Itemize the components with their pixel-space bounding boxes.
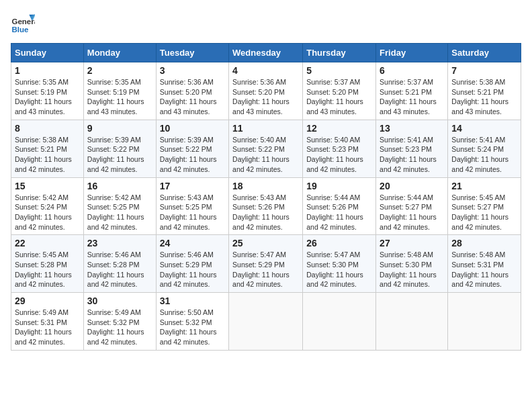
day-number: 28 <box>451 238 517 248</box>
day-number: 7 <box>451 65 517 76</box>
day-info: Sunrise: 5:38 AM Sunset: 5:21 PM Dayligh… <box>15 135 80 175</box>
day-info: Sunrise: 5:42 AM Sunset: 5:25 PM Dayligh… <box>87 193 152 232</box>
weekday-header-saturday: Saturday <box>448 44 521 62</box>
calendar-cell: 27 Sunrise: 5:48 AM Sunset: 5:30 PM Dayl… <box>376 235 448 293</box>
day-info: Sunrise: 5:35 AM Sunset: 5:19 PM Dayligh… <box>87 77 152 117</box>
calendar-cell: 4 Sunrise: 5:36 AM Sunset: 5:20 PM Dayli… <box>229 62 303 120</box>
calendar-week-1: 1 Sunrise: 5:35 AM Sunset: 5:19 PM Dayli… <box>11 62 521 120</box>
calendar-cell: 23 Sunrise: 5:46 AM Sunset: 5:28 PM Dayl… <box>83 235 156 293</box>
calendar-cell: 19 Sunrise: 5:44 AM Sunset: 5:26 PM Dayl… <box>303 177 376 235</box>
day-info: Sunrise: 5:43 AM Sunset: 5:26 PM Dayligh… <box>232 193 299 232</box>
day-info: Sunrise: 5:41 AM Sunset: 5:23 PM Dayligh… <box>380 135 444 175</box>
day-number: 16 <box>87 181 152 191</box>
day-info: Sunrise: 5:49 AM Sunset: 5:32 PM Dayligh… <box>87 308 152 347</box>
day-number: 17 <box>160 181 225 191</box>
calendar-cell: 8 Sunrise: 5:38 AM Sunset: 5:21 PM Dayli… <box>11 120 84 177</box>
day-info: Sunrise: 5:44 AM Sunset: 5:26 PM Dayligh… <box>306 193 372 232</box>
day-number: 29 <box>15 295 80 306</box>
calendar-cell: 14 Sunrise: 5:41 AM Sunset: 5:24 PM Dayl… <box>448 120 521 177</box>
day-info: Sunrise: 5:47 AM Sunset: 5:29 PM Dayligh… <box>232 250 299 289</box>
calendar-cell: 24 Sunrise: 5:46 AM Sunset: 5:29 PM Dayl… <box>156 235 228 293</box>
day-info: Sunrise: 5:45 AM Sunset: 5:28 PM Dayligh… <box>15 250 80 289</box>
calendar-cell: 31 Sunrise: 5:50 AM Sunset: 5:32 PM Dayl… <box>156 293 228 351</box>
day-info: Sunrise: 5:46 AM Sunset: 5:29 PM Dayligh… <box>160 250 225 289</box>
calendar-cell <box>303 293 376 351</box>
calendar-cell: 18 Sunrise: 5:43 AM Sunset: 5:26 PM Dayl… <box>229 177 303 235</box>
weekday-header-monday: Monday <box>83 44 156 62</box>
calendar-table: SundayMondayTuesdayWednesdayThursdayFrid… <box>11 43 521 351</box>
day-number: 27 <box>380 238 444 248</box>
calendar-cell: 28 Sunrise: 5:48 AM Sunset: 5:31 PM Dayl… <box>448 235 521 293</box>
day-info: Sunrise: 5:48 AM Sunset: 5:31 PM Dayligh… <box>451 250 517 289</box>
day-number: 21 <box>451 181 517 191</box>
calendar-week-5: 29 Sunrise: 5:49 AM Sunset: 5:31 PM Dayl… <box>11 293 521 351</box>
calendar-cell: 1 Sunrise: 5:35 AM Sunset: 5:19 PM Dayli… <box>11 62 84 120</box>
calendar-cell: 17 Sunrise: 5:43 AM Sunset: 5:25 PM Dayl… <box>156 177 228 235</box>
day-info: Sunrise: 5:40 AM Sunset: 5:22 PM Dayligh… <box>232 135 299 175</box>
svg-text:Blue: Blue <box>11 26 29 34</box>
day-number: 26 <box>306 238 372 248</box>
day-info: Sunrise: 5:39 AM Sunset: 5:22 PM Dayligh… <box>87 135 152 175</box>
day-info: Sunrise: 5:47 AM Sunset: 5:30 PM Dayligh… <box>306 250 372 289</box>
day-number: 20 <box>380 181 444 191</box>
weekday-header-row: SundayMondayTuesdayWednesdayThursdayFrid… <box>11 44 521 62</box>
calendar-cell: 16 Sunrise: 5:42 AM Sunset: 5:25 PM Dayl… <box>83 177 156 235</box>
weekday-header-thursday: Thursday <box>303 44 376 62</box>
day-number: 2 <box>87 65 152 76</box>
day-number: 5 <box>306 65 372 76</box>
calendar-cell: 2 Sunrise: 5:35 AM Sunset: 5:19 PM Dayli… <box>83 62 156 120</box>
calendar-cell: 10 Sunrise: 5:39 AM Sunset: 5:22 PM Dayl… <box>156 120 228 177</box>
day-info: Sunrise: 5:50 AM Sunset: 5:32 PM Dayligh… <box>160 308 225 347</box>
logo: General Blue <box>11 11 35 35</box>
logo-icon: General Blue <box>11 11 35 35</box>
calendar-cell: 30 Sunrise: 5:49 AM Sunset: 5:32 PM Dayl… <box>83 293 156 351</box>
day-info: Sunrise: 5:44 AM Sunset: 5:27 PM Dayligh… <box>380 193 444 232</box>
day-info: Sunrise: 5:38 AM Sunset: 5:21 PM Dayligh… <box>451 77 517 117</box>
calendar-cell: 22 Sunrise: 5:45 AM Sunset: 5:28 PM Dayl… <box>11 235 84 293</box>
calendar-cell: 15 Sunrise: 5:42 AM Sunset: 5:24 PM Dayl… <box>11 177 84 235</box>
day-info: Sunrise: 5:43 AM Sunset: 5:25 PM Dayligh… <box>160 193 225 232</box>
calendar-cell: 6 Sunrise: 5:37 AM Sunset: 5:21 PM Dayli… <box>376 62 448 120</box>
day-info: Sunrise: 5:46 AM Sunset: 5:28 PM Dayligh… <box>87 250 152 289</box>
day-number: 8 <box>15 123 80 134</box>
header: General Blue <box>11 11 521 35</box>
weekday-header-wednesday: Wednesday <box>229 44 303 62</box>
day-info: Sunrise: 5:35 AM Sunset: 5:19 PM Dayligh… <box>15 77 80 117</box>
day-info: Sunrise: 5:41 AM Sunset: 5:24 PM Dayligh… <box>451 135 517 175</box>
calendar-cell: 21 Sunrise: 5:45 AM Sunset: 5:27 PM Dayl… <box>448 177 521 235</box>
calendar-cell <box>448 293 521 351</box>
day-number: 1 <box>15 65 80 76</box>
day-info: Sunrise: 5:40 AM Sunset: 5:23 PM Dayligh… <box>306 135 372 175</box>
calendar-cell <box>376 293 448 351</box>
day-number: 19 <box>306 181 372 191</box>
day-number: 4 <box>232 65 299 76</box>
day-info: Sunrise: 5:49 AM Sunset: 5:31 PM Dayligh… <box>15 308 80 347</box>
calendar-cell: 9 Sunrise: 5:39 AM Sunset: 5:22 PM Dayli… <box>83 120 156 177</box>
day-number: 23 <box>87 238 152 248</box>
weekday-header-tuesday: Tuesday <box>156 44 228 62</box>
day-number: 3 <box>160 65 225 76</box>
day-number: 9 <box>87 123 152 134</box>
day-number: 22 <box>15 238 80 248</box>
weekday-header-sunday: Sunday <box>11 44 84 62</box>
calendar-cell: 26 Sunrise: 5:47 AM Sunset: 5:30 PM Dayl… <box>303 235 376 293</box>
calendar-week-4: 22 Sunrise: 5:45 AM Sunset: 5:28 PM Dayl… <box>11 235 521 293</box>
day-info: Sunrise: 5:42 AM Sunset: 5:24 PM Dayligh… <box>15 193 80 232</box>
calendar-week-2: 8 Sunrise: 5:38 AM Sunset: 5:21 PM Dayli… <box>11 120 521 177</box>
day-number: 10 <box>160 123 225 134</box>
calendar-cell: 5 Sunrise: 5:37 AM Sunset: 5:20 PM Dayli… <box>303 62 376 120</box>
calendar-cell: 25 Sunrise: 5:47 AM Sunset: 5:29 PM Dayl… <box>229 235 303 293</box>
day-number: 12 <box>306 123 372 134</box>
calendar-cell: 12 Sunrise: 5:40 AM Sunset: 5:23 PM Dayl… <box>303 120 376 177</box>
calendar-cell: 7 Sunrise: 5:38 AM Sunset: 5:21 PM Dayli… <box>448 62 521 120</box>
day-number: 14 <box>451 123 517 134</box>
day-number: 6 <box>380 65 444 76</box>
calendar-cell: 29 Sunrise: 5:49 AM Sunset: 5:31 PM Dayl… <box>11 293 84 351</box>
day-number: 30 <box>87 295 152 306</box>
calendar-cell: 11 Sunrise: 5:40 AM Sunset: 5:22 PM Dayl… <box>229 120 303 177</box>
day-info: Sunrise: 5:39 AM Sunset: 5:22 PM Dayligh… <box>160 135 225 175</box>
day-info: Sunrise: 5:37 AM Sunset: 5:21 PM Dayligh… <box>380 77 444 117</box>
day-number: 13 <box>380 123 444 134</box>
day-number: 24 <box>160 238 225 248</box>
day-info: Sunrise: 5:36 AM Sunset: 5:20 PM Dayligh… <box>232 77 299 117</box>
